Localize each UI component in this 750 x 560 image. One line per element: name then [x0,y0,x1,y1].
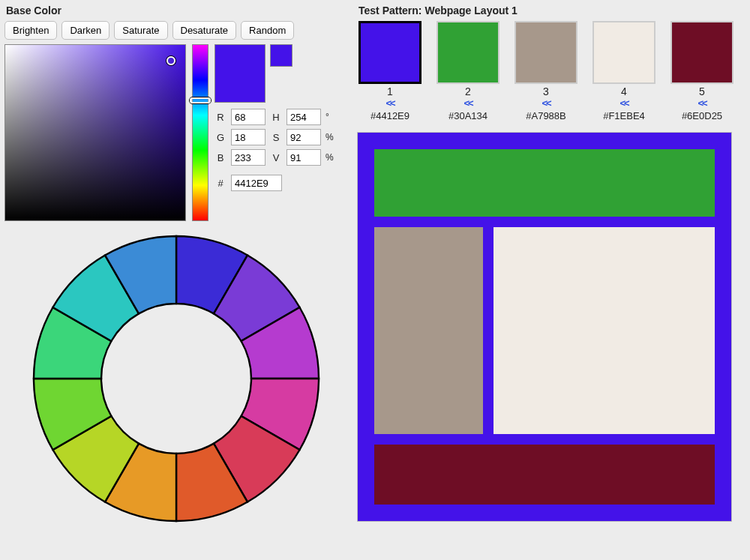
label-s: S [270,132,282,143]
palette-swatch-number: 4 [591,85,657,97]
darken-button[interactable]: Darken [62,21,110,40]
label-hash: # [214,178,226,189]
label-g: G [214,132,226,143]
color-tool-buttons: Brighten Darken Saturate Desaturate Rand… [4,21,348,40]
unit-pct2: % [326,152,334,163]
palette-swatch-box[interactable] [436,21,500,84]
label-h: H [270,112,282,123]
input-hex[interactable] [231,175,282,191]
palette-swatch-number: 5 [669,85,735,97]
palette-swatch-box[interactable] [670,21,734,84]
input-h[interactable] [286,109,321,125]
random-button[interactable]: Random [241,21,294,40]
unit-deg: ° [326,112,334,122]
previous-color-swatch [270,44,292,67]
input-r[interactable] [231,109,266,125]
input-s[interactable] [286,129,321,145]
palette-swatch-number: 3 [513,85,579,97]
palette-swatch-box[interactable] [358,21,422,84]
palette-swatch-set-arrow[interactable]: << [591,97,657,109]
color-values-column: R H ° G S % B V % # [214,44,348,221]
label-v: V [270,152,282,163]
palette-swatch-3[interactable]: 3<<#A7988B [513,21,579,121]
palette-swatch-2[interactable]: 2<<#30A134 [435,21,501,121]
palette-swatch-set-arrow[interactable]: << [357,97,423,109]
layout-main-block [494,227,715,434]
palette-swatch-5[interactable]: 5<<#6E0D25 [669,21,735,121]
test-pattern-panel: Test Pattern: Webpage Layout 1 1<<#4412E… [352,0,750,560]
palette-swatch-hex: #4412E9 [357,110,423,121]
base-color-title: Base Color [6,4,348,16]
input-b[interactable] [231,149,266,166]
saturate-button[interactable]: Saturate [114,21,167,40]
layout-preview [357,132,732,522]
layout-header-block [374,149,715,217]
palette-swatch-box[interactable] [514,21,578,84]
hue-slider[interactable] [192,44,208,221]
current-color-swatch [214,44,266,103]
sv-cursor[interactable] [166,56,176,65]
layout-footer-block [374,445,715,505]
input-g[interactable] [231,129,266,145]
test-pattern-title: Test Pattern: Webpage Layout 1 [358,4,746,16]
saturation-value-area[interactable] [4,44,186,221]
label-b: B [214,152,226,163]
palette-swatch-hex: #A7988B [513,110,579,121]
label-r: R [214,112,226,123]
palette-swatch-hex: #6E0D25 [669,110,735,121]
palette-swatch-4[interactable]: 4<<#F1EBE4 [591,21,657,121]
palette-swatch-list: 1<<#4412E92<<#30A1343<<#A7988B4<<#F1EBE4… [357,21,746,121]
palette-swatch-hex: #F1EBE4 [591,110,657,121]
palette-swatch-set-arrow[interactable]: << [513,97,579,109]
base-color-panel: Base Color Brighten Darken Saturate Desa… [0,0,352,560]
palette-swatch-box[interactable] [592,21,656,84]
palette-swatch-number: 1 [357,85,423,97]
brighten-button[interactable]: Brighten [4,21,57,40]
hue-cursor[interactable] [190,97,211,103]
palette-swatch-1[interactable]: 1<<#4412E9 [357,21,423,121]
palette-swatch-set-arrow[interactable]: << [669,97,735,109]
unit-pct1: % [326,132,334,142]
palette-swatch-hex: #30A134 [435,110,501,121]
palette-swatch-set-arrow[interactable]: << [435,97,501,109]
desaturate-button[interactable]: Desaturate [172,21,237,40]
input-v[interactable] [286,149,321,166]
color-wheel[interactable] [4,229,348,529]
layout-sidebar-block [374,227,483,434]
palette-swatch-number: 2 [435,85,501,97]
